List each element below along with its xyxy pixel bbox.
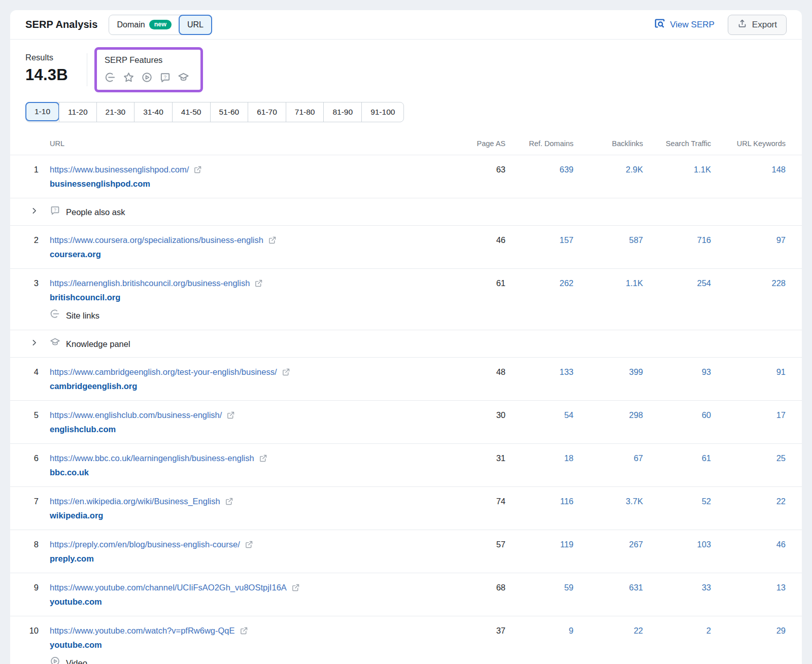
result-url-link[interactable]: https://preply.com/en/blog/business-engl… xyxy=(50,538,240,551)
ref-domains-link[interactable]: 639 xyxy=(505,163,573,176)
view-serp-button[interactable]: View SERP xyxy=(654,18,715,31)
page-title: SERP Analysis xyxy=(25,19,97,30)
external-link-icon[interactable] xyxy=(259,454,267,463)
search-traffic-link[interactable]: 33 xyxy=(643,581,711,594)
ref-domains-link[interactable]: 133 xyxy=(505,366,573,378)
backlinks-link[interactable]: 1.1K xyxy=(573,277,643,290)
serp-features-icons xyxy=(105,72,189,83)
url-keywords-link[interactable]: 13 xyxy=(711,581,786,594)
url-keywords-link[interactable]: 46 xyxy=(711,538,786,551)
search-traffic-link[interactable]: 254 xyxy=(643,277,711,290)
result-domain-link[interactable]: businessenglishpod.com xyxy=(50,178,150,190)
search-traffic-link[interactable]: 93 xyxy=(643,366,711,378)
page-button-1-10[interactable]: 1-10 xyxy=(25,102,59,121)
external-link-icon[interactable] xyxy=(254,279,263,288)
result-domain-link[interactable]: britishcouncil.org xyxy=(50,291,120,304)
page-button-41-50[interactable]: 41-50 xyxy=(172,102,210,122)
ref-domains-link[interactable]: 18 xyxy=(505,452,573,465)
domain-url-toggle: Domain new URL xyxy=(109,15,212,35)
url-keywords-link[interactable]: 148 xyxy=(711,163,786,176)
external-link-icon[interactable] xyxy=(245,540,253,549)
page-button-31-40[interactable]: 31-40 xyxy=(134,102,172,122)
ref-domains-link[interactable]: 157 xyxy=(505,234,573,247)
result-domain-link[interactable]: englishclub.com xyxy=(50,423,116,436)
page-button-71-80[interactable]: 71-80 xyxy=(286,102,324,122)
result-domain-link[interactable]: youtube.com xyxy=(50,639,102,651)
toggle-domain-button[interactable]: Domain new xyxy=(109,15,179,34)
result-domain-link[interactable]: preply.com xyxy=(50,552,94,565)
result-url-link[interactable]: https://www.englishclub.com/business-eng… xyxy=(50,409,222,422)
search-traffic-link[interactable]: 2 xyxy=(643,624,711,637)
page-button-11-20[interactable]: 11-20 xyxy=(59,102,96,122)
page-as-value: 61 xyxy=(445,277,505,290)
page-button-81-90[interactable]: 81-90 xyxy=(323,102,361,122)
result-url-link[interactable]: https://www.bbc.co.uk/learningenglish/bu… xyxy=(50,452,254,465)
result-domain-link[interactable]: youtube.com xyxy=(50,596,102,608)
search-traffic-link[interactable]: 60 xyxy=(643,409,711,422)
url-keywords-link[interactable]: 91 xyxy=(711,366,786,378)
external-link-icon[interactable] xyxy=(193,165,202,174)
ref-domains-link[interactable]: 54 xyxy=(505,409,573,422)
page-button-91-100[interactable]: 91-100 xyxy=(361,102,403,122)
column-header-url: URL xyxy=(39,139,445,148)
people-also-ask-icon xyxy=(159,72,171,83)
url-keywords-link[interactable]: 25 xyxy=(711,452,786,465)
table-row: 3 https://learnenglish.britishcouncil.or… xyxy=(10,268,802,330)
knowledge-panel-icon xyxy=(50,337,60,351)
toggle-domain-label: Domain xyxy=(117,20,145,29)
ref-domains-link[interactable]: 59 xyxy=(505,581,573,594)
result-domain-link[interactable]: coursera.org xyxy=(50,248,101,261)
page-button-51-60[interactable]: 51-60 xyxy=(210,102,248,122)
ref-domains-link[interactable]: 116 xyxy=(505,495,573,508)
backlinks-link[interactable]: 399 xyxy=(573,366,643,378)
expand-chevron-icon[interactable] xyxy=(25,205,39,215)
search-traffic-link[interactable]: 716 xyxy=(643,234,711,247)
external-link-icon[interactable] xyxy=(268,236,277,244)
backlinks-link[interactable]: 587 xyxy=(573,234,643,247)
ref-domains-link[interactable]: 9 xyxy=(505,624,573,637)
result-url-link[interactable]: https://www.businessenglishpod.com/ xyxy=(50,163,189,176)
ref-domains-link[interactable]: 262 xyxy=(505,277,573,290)
url-keywords-link[interactable]: 97 xyxy=(711,234,786,247)
backlinks-link[interactable]: 298 xyxy=(573,409,643,422)
vertical-divider xyxy=(87,53,87,86)
page-button-61-70[interactable]: 61-70 xyxy=(248,102,286,122)
backlinks-link[interactable]: 631 xyxy=(573,581,643,594)
external-link-icon[interactable] xyxy=(240,626,248,635)
backlinks-link[interactable]: 2.9K xyxy=(573,163,643,176)
url-keywords-link[interactable]: 22 xyxy=(711,495,786,508)
backlinks-link[interactable]: 67 xyxy=(573,452,643,465)
result-url-link[interactable]: https://learnenglish.britishcouncil.org/… xyxy=(50,277,250,290)
backlinks-link[interactable]: 267 xyxy=(573,538,643,551)
page-as-value: 37 xyxy=(445,624,505,637)
toggle-url-button[interactable]: URL xyxy=(179,15,212,35)
url-keywords-link[interactable]: 228 xyxy=(711,277,786,290)
external-link-icon[interactable] xyxy=(225,497,233,506)
export-button[interactable]: Export xyxy=(728,15,787,35)
backlinks-link[interactable]: 3.7K xyxy=(573,495,643,508)
page-button-21-30[interactable]: 21-30 xyxy=(96,102,134,122)
sitelinks-icon xyxy=(50,308,60,322)
external-link-icon[interactable] xyxy=(282,368,290,376)
url-keywords-link[interactable]: 29 xyxy=(711,624,786,637)
url-keywords-link[interactable]: 17 xyxy=(711,409,786,422)
result-url-link[interactable]: https://www.cambridgeenglish.org/test-yo… xyxy=(50,366,277,378)
search-traffic-link[interactable]: 103 xyxy=(643,538,711,551)
backlinks-link[interactable]: 22 xyxy=(573,624,643,637)
expand-chevron-icon[interactable] xyxy=(25,337,39,347)
result-url-link[interactable]: https://en.wikipedia.org/wiki/Business_E… xyxy=(50,495,220,508)
ref-domains-link[interactable]: 119 xyxy=(505,538,573,551)
external-link-icon[interactable] xyxy=(226,411,235,420)
result-url-link[interactable]: https://www.youtube.com/watch?v=pfRw6wg-… xyxy=(50,624,235,637)
search-traffic-link[interactable]: 61 xyxy=(643,452,711,465)
external-link-icon[interactable] xyxy=(291,583,300,592)
results-table: URL Page AS Ref. Domains Backlinks Searc… xyxy=(10,134,802,664)
search-traffic-link[interactable]: 52 xyxy=(643,495,711,508)
search-traffic-link[interactable]: 1.1K xyxy=(643,163,711,176)
view-serp-label: View SERP xyxy=(670,20,715,30)
result-domain-link[interactable]: cambridgeenglish.org xyxy=(50,380,137,393)
result-domain-link[interactable]: bbc.co.uk xyxy=(50,466,89,479)
result-domain-link[interactable]: wikipedia.org xyxy=(50,509,103,522)
result-url-link[interactable]: https://www.coursera.org/specializations… xyxy=(50,234,263,247)
result-url-link[interactable]: https://www.youtube.com/channel/UCIiFsAO… xyxy=(50,581,287,594)
